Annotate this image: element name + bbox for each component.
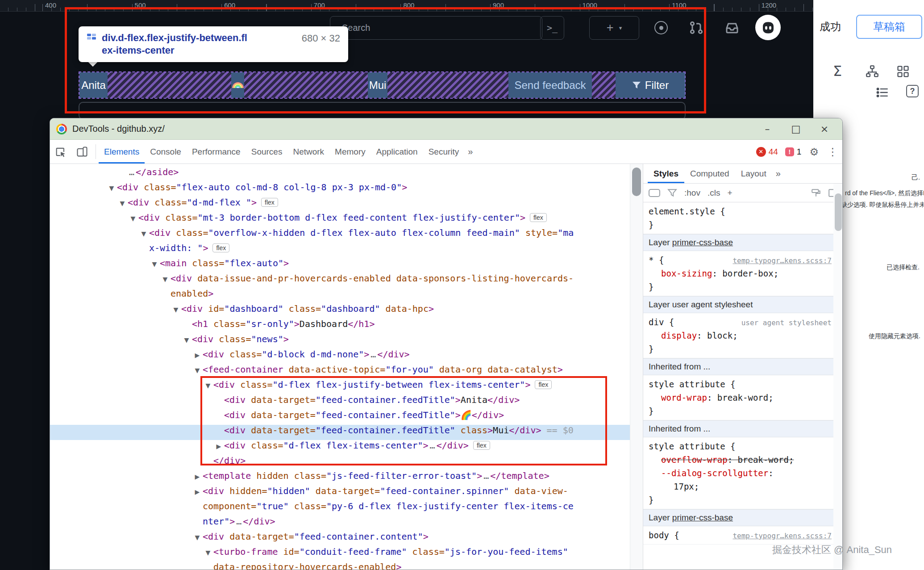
maximize-button[interactable]: □ (784, 123, 807, 134)
disclosure-arrow[interactable]: ▼ (160, 276, 171, 283)
css-property[interactable]: display: block; (649, 329, 838, 342)
devtools-tab-application[interactable]: Application (371, 140, 423, 163)
css-selector[interactable]: * (649, 255, 653, 265)
css-selector[interactable]: style attribute (649, 379, 725, 389)
more-tabs-chevron[interactable]: » (464, 140, 476, 163)
disclosure-arrow[interactable]: ▼ (203, 549, 213, 556)
state-toggle-hov[interactable]: :hov (684, 188, 700, 198)
dom-tree-node[interactable]: ▼<div data-target="feed-container.conten… (50, 531, 630, 546)
dom-tree-node[interactable]: <div data-target="feed-container.feedTit… (50, 410, 630, 425)
disclosure-arrow[interactable]: ▶ (213, 443, 224, 450)
sigma-formula-icon[interactable]: Σ (833, 63, 842, 80)
sidebar-tab-computed[interactable]: Computed (684, 164, 735, 183)
settings-gear-icon[interactable]: ⚙ (805, 140, 823, 163)
tree-scrollbar[interactable] (630, 164, 643, 570)
css-selector[interactable]: body (649, 530, 669, 540)
disclosure-arrow[interactable]: ▼ (171, 306, 181, 313)
disclosure-arrow[interactable]: ▼ (192, 534, 203, 541)
dom-tree-node[interactable]: ▼<main class="flex-auto"> (50, 258, 630, 273)
dom-tree-node[interactable]: x-width: ">flex (50, 243, 630, 258)
console-error-badge[interactable]: ✕ 44 (753, 140, 782, 163)
devtools-tab-memory[interactable]: Memory (329, 140, 371, 163)
devtools-tab-console[interactable]: Console (145, 140, 187, 163)
sidebar-tab-layout[interactable]: Layout (735, 164, 772, 183)
close-button[interactable]: × (813, 123, 836, 134)
styles-scrollbar[interactable] (833, 184, 843, 570)
search-input[interactable]: Search (330, 16, 542, 40)
disclosure-arrow[interactable]: ▶ (192, 488, 203, 495)
devtools-titlebar[interactable]: DevTools - dgithub.xyz/ – □ × (50, 118, 842, 140)
css-selector[interactable]: element.style (649, 206, 715, 216)
issues-icon[interactable] (654, 21, 668, 34)
dom-tree-node[interactable]: ▼<div class="news"> (50, 334, 630, 349)
funnel-filter-icon[interactable] (667, 189, 677, 197)
devtools-tab-network[interactable]: Network (287, 140, 329, 163)
rule-source-link[interactable]: temp-typogr…kens.scss:7 (733, 529, 832, 543)
dom-tree-node[interactable]: ▶<div class="d-flex flex-items-center">…… (50, 440, 630, 455)
flex-badge[interactable]: flex (473, 441, 490, 450)
create-new-button[interactable]: + ▾ (589, 16, 639, 40)
dom-tree-node[interactable]: <h1 class="sr-only">Dashboard</h1> (50, 319, 630, 334)
dom-tree-node[interactable]: ▼<feed-container data-active-topic="for-… (50, 364, 630, 379)
dom-tree-node[interactable]: ▼<div id="dashboard" class="dashboard" d… (50, 303, 630, 319)
devtools-tab-elements[interactable]: Elements (99, 140, 145, 163)
minimize-button[interactable]: – (756, 123, 779, 134)
dom-tree-node[interactable]: ▶<div class="d-block d-md-none">…</div> (50, 349, 630, 364)
devtools-tab-security[interactable]: Security (423, 140, 465, 163)
css-property[interactable]: word-wrap: break-word; (649, 391, 838, 404)
inbox-icon[interactable] (725, 21, 739, 35)
css-property[interactable]: --dialog-scrollgutter: (649, 466, 838, 480)
flex-badge[interactable]: flex (212, 243, 229, 252)
scrollbar-thumb[interactable] (632, 168, 641, 196)
disclosure-arrow[interactable]: ▶ (192, 352, 203, 359)
help-icon[interactable]: ? (906, 85, 919, 97)
dom-tree-node[interactable]: ▼<div class="mt-3 border-bottom d-flex f… (50, 212, 630, 227)
devtools-tab-performance[interactable]: Performance (187, 140, 246, 163)
command-palette-button[interactable]: >_ (540, 16, 564, 40)
dom-tree-node[interactable]: ▶<div hidden="hidden" data-target="feed-… (50, 486, 630, 501)
scrollbar-thumb[interactable] (835, 193, 842, 231)
dom-tree-node[interactable]: component="true" class="py-6 d-flex flex… (50, 501, 630, 516)
dom-tree-node[interactable]: ▼<div class="d-flex flex-justify-between… (50, 379, 630, 394)
state-toggle-cls[interactable]: .cls (708, 188, 720, 198)
dom-tree-node[interactable]: nter">…</div> (50, 516, 630, 531)
sidebar-more-tabs-chevron[interactable]: » (772, 164, 784, 183)
disclosure-arrow[interactable]: ▼ (149, 260, 160, 268)
dom-tree-node[interactable]: ▼<turbo-frame id="conduit-feed-frame" cl… (50, 546, 630, 562)
disclosure-arrow[interactable]: ▼ (117, 200, 128, 207)
org-chart-icon[interactable] (865, 65, 879, 78)
disclosure-arrow[interactable]: ▼ (106, 184, 117, 192)
draft-box-button[interactable]: 草稿箱 (856, 15, 922, 39)
dom-tree-node[interactable]: enabled> (50, 288, 630, 303)
device-toolbar-icon[interactable] (71, 140, 93, 163)
inspect-element-icon[interactable] (50, 140, 71, 163)
ordered-list-icon[interactable] (876, 87, 889, 98)
flex-badge[interactable]: flex (261, 198, 278, 207)
css-property[interactable]: 17px; (649, 480, 838, 493)
disclosure-arrow[interactable]: ▼ (181, 336, 192, 344)
dom-tree-node[interactable]: ▼<div class="flex-auto col-md-8 col-lg-8… (50, 182, 630, 197)
stylesheet-link[interactable]: primer-css-base (672, 513, 733, 522)
disclosure-arrow[interactable]: ▼ (192, 367, 203, 374)
css-selector[interactable]: style attribute (649, 441, 725, 451)
grid-layout-icon[interactable] (896, 65, 910, 78)
rule-source-link[interactable]: temp-typogr…kens.scss:7 (733, 254, 832, 268)
sidebar-tab-styles[interactable]: Styles (648, 164, 684, 183)
css-property[interactable]: box-sizing: border-box; (649, 267, 838, 280)
stylesheet-link[interactable]: primer-css-base (672, 238, 733, 247)
state-toggle-[interactable]: + (727, 188, 732, 198)
disclosure-arrow[interactable]: ▶ (192, 473, 203, 480)
dom-tree-node[interactable]: ▶<template hidden class="js-feed-filter-… (50, 470, 630, 486)
copilot-avatar[interactable] (755, 15, 781, 40)
dom-tree-node[interactable]: ▼<div data-issue-and-pr-hovercards-enabl… (50, 273, 630, 288)
dom-tree-node[interactable]: <div data-target="feed-container.feedTit… (50, 394, 630, 410)
css-property[interactable]: overflow-wrap: break-word; (649, 453, 838, 466)
dom-tree-node[interactable]: data-repository-hovercards-enabled> (50, 562, 630, 570)
kebab-menu-icon[interactable]: ⋮ (823, 140, 842, 163)
dom-tree-node[interactable]: <div data-target="feed-container.feedTit… (50, 425, 630, 440)
flex-badge[interactable]: flex (535, 380, 552, 389)
rendering-emulation-icon[interactable] (811, 189, 821, 197)
dom-tree-node[interactable]: ▼<div class="overflow-x-hidden d-flex fl… (50, 227, 630, 243)
styles-filter-input[interactable] (649, 189, 660, 197)
disclosure-arrow[interactable]: ▼ (138, 230, 149, 237)
